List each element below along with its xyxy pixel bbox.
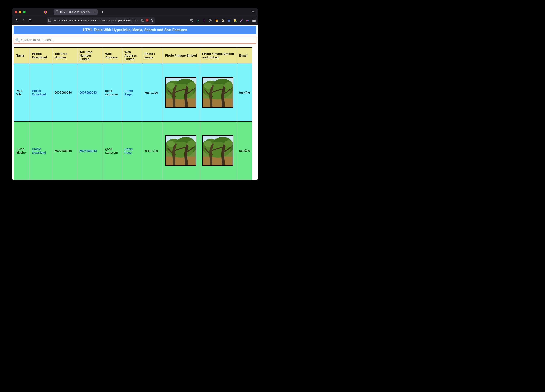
col-toll-free-linked[interactable]: Toll Free Number Linked [77, 48, 103, 63]
cell-photo-embed [163, 122, 200, 180]
browser-tab[interactable]: HTML Table With Hyperlinks, Media, × [54, 9, 98, 15]
cell-toll-free-linked: 8007686040 [77, 122, 103, 180]
svg-rect-2 [56, 11, 58, 13]
home-page-link[interactable]: Home Page [124, 147, 133, 154]
permissions-icon[interactable] [53, 19, 56, 22]
col-photo-image[interactable]: Photo / Image [142, 48, 163, 63]
firefox-icon [44, 10, 47, 14]
page-viewport: HTML Table With Hyperlinks, Media, Searc… [12, 24, 258, 181]
page-info-icon[interactable] [49, 19, 51, 23]
download-icon[interactable] [196, 19, 199, 22]
col-profile-download[interactable]: Profile Download [30, 48, 52, 63]
toll-free-link[interactable]: 8007686040 [80, 149, 97, 152]
page-body: HTML Table With Hyperlinks, Media, Searc… [12, 24, 258, 181]
cell-web-address-linked: Home Page [122, 122, 142, 180]
app-menu-button[interactable] [252, 19, 256, 22]
nav-toolbar: file:///Users/nathan/Downloads/tabulate … [12, 16, 258, 24]
extension-icon-8[interactable] [246, 19, 249, 22]
reader-mode-icon[interactable] [141, 19, 144, 22]
cell-toll-free: 8007686040 [52, 122, 77, 180]
cell-toll-free-linked: 8007686040 [77, 63, 103, 122]
svg-point-22 [247, 20, 248, 21]
url-bar[interactable]: file:///Users/nathan/Downloads/tabulate … [47, 18, 155, 24]
toolbar-extensions [190, 19, 256, 22]
cell-profile-download: Profile Download [30, 63, 52, 122]
col-name[interactable]: Name [14, 48, 30, 63]
svg-rect-19 [228, 19, 230, 20]
col-photo-embed-linked[interactable]: Photo / Image Embed and Linked [200, 48, 237, 63]
cell-email: test@te [237, 63, 252, 122]
extension-icon-7[interactable] [240, 19, 243, 22]
svg-point-1 [45, 11, 46, 13]
col-toll-free[interactable]: Toll Free Number [52, 48, 77, 63]
titlebar: HTML Table With Hyperlinks, Media, × + [12, 8, 258, 16]
extension-icon-3[interactable] [215, 19, 218, 22]
back-button[interactable] [14, 18, 19, 23]
search-container: 🔍 [13, 36, 256, 44]
window-controls [15, 11, 25, 13]
home-page-link[interactable]: Home Page [124, 89, 133, 96]
tab-title: HTML Table With Hyperlinks, Media, [60, 11, 92, 13]
maximize-window-button[interactable] [23, 11, 25, 13]
svg-point-21 [235, 21, 237, 22]
svg-point-12 [210, 20, 211, 21]
svg-point-23 [248, 20, 249, 21]
profile-download-link[interactable]: Profile Download [32, 147, 46, 154]
extension-icon-1[interactable] [202, 19, 206, 22]
cell-photo-image: team1.jpg [142, 63, 163, 122]
col-email[interactable]: Email [237, 48, 252, 63]
bookmark-star-icon[interactable] [150, 19, 153, 23]
data-table-wrap: Name Profile Download Toll Free Number T… [13, 47, 256, 180]
new-tab-button[interactable]: + [99, 10, 106, 14]
photo-thumbnail [165, 77, 196, 108]
svg-point-16 [222, 20, 223, 20]
photo-embed-link[interactable] [202, 77, 235, 108]
photo-thumbnail [202, 135, 233, 166]
svg-rect-14 [216, 19, 217, 21]
svg-point-15 [222, 19, 224, 22]
cell-photo-embed-linked [200, 122, 237, 180]
extension-icon-2[interactable] [209, 19, 212, 22]
search-input[interactable] [21, 38, 255, 42]
cell-photo-embed [163, 63, 200, 122]
cell-email: test@te [237, 122, 252, 180]
svg-point-4 [53, 20, 54, 21]
close-window-button[interactable] [15, 11, 17, 13]
cell-photo-embed-linked [200, 63, 237, 122]
page-icon [56, 10, 58, 14]
svg-text:S: S [146, 19, 148, 21]
cell-name: Lucas Ribeiro [14, 122, 30, 180]
page-title: HTML Table With Hyperlinks, Media, Searc… [13, 26, 256, 34]
noscript-icon[interactable]: S [146, 19, 149, 22]
extension-icon-4[interactable] [221, 19, 224, 22]
cell-toll-free: 8007686040 [52, 63, 77, 122]
cell-web-address-linked: Home Page [122, 63, 142, 122]
extension-icon-6[interactable] [234, 19, 237, 22]
reload-button[interactable] [28, 18, 32, 23]
profile-download-link[interactable]: Profile Download [32, 89, 46, 96]
table-row: Lucas RibeiroProfile Download80076860408… [14, 122, 252, 180]
search-icon: 🔍 [15, 38, 20, 42]
cell-web-address: good-sam.com [103, 122, 122, 180]
table-row: Paul JobProfile Download8007686040800768… [14, 63, 252, 122]
col-web-address[interactable]: Web Address [103, 48, 122, 63]
forward-button[interactable] [21, 18, 25, 23]
svg-rect-3 [49, 19, 51, 22]
photo-thumbnail [202, 77, 233, 108]
url-text: file:///Users/nathan/Downloads/tabulate … [58, 19, 140, 22]
cell-profile-download: Profile Download [30, 122, 52, 180]
extension-icon-5[interactable] [227, 19, 231, 22]
toll-free-link[interactable]: 8007686040 [80, 91, 97, 94]
photo-embed-link[interactable] [202, 135, 235, 166]
col-web-address-linked[interactable]: Web Address Linked [122, 48, 142, 63]
cell-photo-image: team1.jpg [142, 122, 163, 180]
table-header-row: Name Profile Download Toll Free Number T… [14, 48, 252, 63]
col-photo-embed[interactable]: Photo / Image Embed [163, 48, 200, 63]
minimize-window-button[interactable] [19, 11, 21, 13]
svg-point-17 [223, 20, 223, 20]
pocket-icon[interactable] [190, 19, 193, 22]
close-tab-icon[interactable]: × [94, 10, 95, 14]
tabs-dropdown-icon[interactable] [252, 10, 255, 14]
browser-window: HTML Table With Hyperlinks, Media, × + f… [12, 8, 258, 181]
cell-web-address: good-sam.com [103, 63, 122, 122]
